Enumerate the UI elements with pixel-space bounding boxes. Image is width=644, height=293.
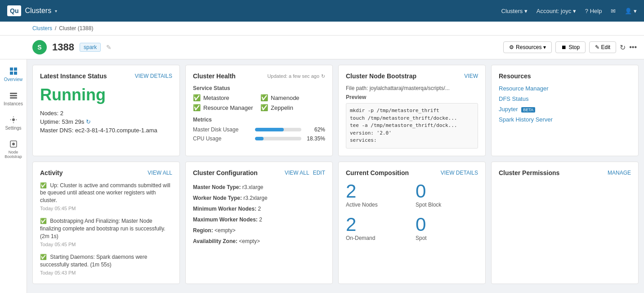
refresh-icon[interactable]: ↻ [321,73,325,79]
svg-rect-0 [10,68,13,71]
more-options-button[interactable]: ••• [629,43,637,51]
spark-history-link[interactable]: Spark History Server [499,116,631,123]
metric-cpu-label: CPU Usage [193,135,251,142]
activity-item-2: ✅ Bootstrapping And Finalizing: Master N… [40,217,172,248]
latest-instance-title: Latest Instance Status [40,72,107,80]
spot-block-number: 0 [416,182,478,201]
on-demand-label: On-Demand [346,235,408,241]
bootstrap-file-path: File path: joylalchattaraj/masterqa/scri… [346,85,478,91]
config-worker-node: Worker Node Type: r3.2xlarge [193,193,325,203]
nav-help[interactable]: ? Help [585,8,602,14]
code-line-2: touch /tmp/metastore_thrift/docke... [350,115,474,122]
nodes-info: Nodes: 2 [40,110,172,117]
service-namenode-label: Namenode [271,95,300,101]
metric-disk-label: Master Disk Usage [193,126,251,133]
sidebar-item-overview[interactable]: Overview [2,63,25,86]
health-update: Updated: a few sec ago ↻ [267,73,325,79]
stat-spot: 0 Spot [416,215,478,241]
config-min-workers: Minimum Worker Nodes: 2 [193,203,325,214]
bootstrap-title: Cluster Node Bootstrap [346,72,416,80]
app-logo[interactable]: Qu [7,5,21,16]
jupyter-link[interactable]: Jupyter BETA [499,106,631,113]
composition-card: Current Composition VIEW DETAILS 2 Activ… [338,162,486,284]
dfs-status-link[interactable]: DFS Status [499,95,631,102]
edit-name-icon[interactable]: ✎ [106,44,112,51]
breadcrumb-parent[interactable]: Clusters [32,25,52,32]
sidebar-item-instances[interactable]: Instances [2,87,25,110]
resources-header: Resources [499,72,631,80]
service-resource-manager: ✅ Resource Manager [193,104,258,111]
stat-on-demand: 2 On-Demand [346,215,408,241]
permissions-card: Cluster Permissions MANAGE [491,162,639,284]
cluster-config-card: Cluster Configuration VIEW ALL EDIT Mast… [185,162,333,284]
resources-button[interactable]: ⚙ Resources ▾ [503,41,552,53]
disk-progress-bar [255,128,301,131]
stop-icon: ⏹ [561,44,567,50]
bootstrap-view-link[interactable]: VIEW [464,73,478,79]
instance-status: Running [40,85,172,104]
code-line-3: tee -a /tmp/metastore_thrift/dock... [350,122,474,130]
activity-title: Activity [40,169,63,176]
spot-number: 0 [416,215,478,234]
code-line-5: services: [350,137,474,144]
topnav-chevron-icon[interactable]: ▾ [55,9,57,14]
cpu-progress-bar [255,137,301,140]
cluster-header-left: S 1388 spark ✎ [32,40,112,54]
config-edit[interactable]: EDIT [313,170,325,176]
sidebar-item-node-bootstrap[interactable]: Node Bootstrap [2,136,25,162]
service-zeppelin-label: Zeppelin [271,104,293,111]
metric-disk-usage: Master Disk Usage 62% [193,126,325,133]
activity-check-icon-1: ✅ [40,182,47,189]
edit-button[interactable]: ✎ Edit [589,41,616,53]
active-nodes-label: Active Nodes [346,202,408,208]
resource-manager-link[interactable]: Resource Manager [499,85,631,92]
refresh-button[interactable]: ↻ [620,43,626,52]
activity-check-icon-2: ✅ [40,218,47,224]
nav-user-icon[interactable]: 👤 ▾ [625,8,637,14]
cluster-health-card: Cluster Health Updated: a few sec ago ↻ … [185,65,333,156]
activity-view-all[interactable]: VIEW ALL [148,170,172,176]
cpu-value: 18.35% [305,135,325,142]
latest-instance-view-details[interactable]: VIEW DETAILS [135,73,172,79]
sidebar-overview-label: Overview [4,77,23,82]
activity-header: Activity VIEW ALL [40,169,172,176]
spot-block-label: Spot Block [416,202,478,208]
permissions-manage[interactable]: MANAGE [608,170,631,176]
disk-progress-fill [255,128,284,131]
resources-chevron-icon: ▾ [543,44,546,50]
beta-badge: BETA [521,107,535,113]
composition-view-details[interactable]: VIEW DETAILS [441,170,478,176]
main-content: Latest Instance Status VIEW DETAILS Runn… [27,59,644,293]
breadcrumb: Clusters / Cluster (1388) [0,22,644,36]
nav-account[interactable]: Account: joyc ▾ [537,8,576,14]
config-region: Region: <empty> [193,225,325,236]
disk-value: 62% [305,126,325,133]
config-view-all[interactable]: VIEW ALL [285,170,309,176]
bootstrap-card: Cluster Node Bootstrap VIEW File path: j… [338,65,486,156]
resources-icon: ⚙ [509,44,514,50]
service-status-label: Service Status [193,85,325,91]
cluster-name: 1388 [52,41,74,53]
service-zeppelin: ✅ Zeppelin [260,104,325,111]
svg-rect-5 [10,95,17,96]
cluster-tag[interactable]: spark [80,43,101,52]
check-icon: ✅ [193,94,201,101]
metrics-label: Metrics [193,117,325,123]
svg-rect-3 [14,72,17,75]
check-icon: ✅ [193,104,201,111]
topnav-title: Clusters [25,7,51,15]
latest-instance-header: Latest Instance Status VIEW DETAILS [40,72,172,80]
check-icon: ✅ [260,94,268,101]
svg-point-7 [12,118,15,121]
sidebar-item-settings[interactable]: Settings [2,112,25,134]
nav-clusters[interactable]: Clusters ▾ [501,8,528,14]
nav-messages-icon[interactable]: ✉ [611,8,616,14]
bootstrap-preview-label: Preview [346,94,478,100]
activity-time-1: Today 05:45 PM [40,205,172,212]
latest-instance-card: Latest Instance Status VIEW DETAILS Runn… [32,65,180,156]
stop-button[interactable]: ⏹ Stop [555,41,586,53]
service-namenode: ✅ Namenode [260,94,325,101]
code-line-1: mkdir -p /tmp/metastore_thrift [350,107,474,115]
svg-rect-6 [10,97,17,99]
cluster-config-title: Cluster Configuration [193,169,258,176]
